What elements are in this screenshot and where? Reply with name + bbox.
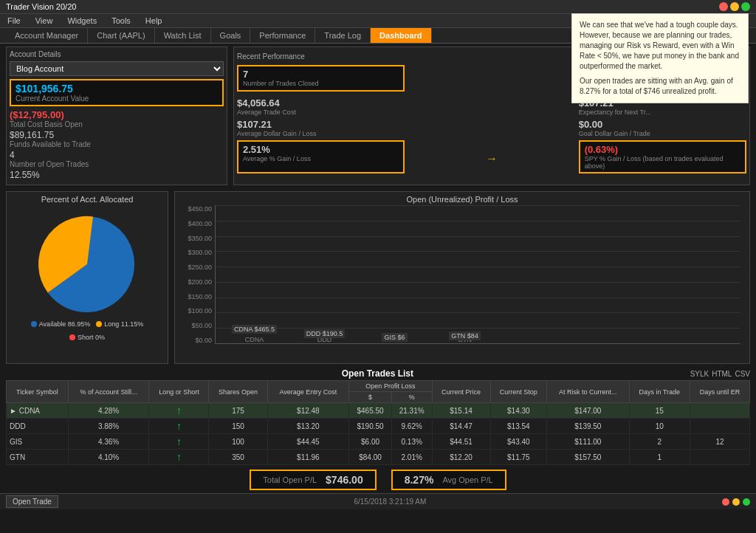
cell-direction: ↑ (149, 403, 209, 419)
arrow-container: → (408, 140, 575, 176)
cell-current-stop: $11.75 (490, 450, 547, 465)
cell-days-until-er (690, 450, 749, 465)
col-days-in-trade: Days in Trade (629, 381, 690, 403)
spy-pct-value: (0.63%) (585, 144, 740, 155)
close-button[interactable] (719, 2, 728, 11)
arrow-up-icon: ↑ (176, 420, 182, 432)
y-axis: $450.00 $400.00 $350.00 $300.00 $250.00 … (181, 205, 215, 344)
tab-chart[interactable]: Chart (AAPL) (88, 28, 154, 43)
cell-pl-dollar: $6.00 (349, 434, 392, 450)
col-current-stop: Current Stop (490, 381, 547, 403)
account-select[interactable]: Blog Account (10, 61, 224, 76)
y-label-250: $250.00 (181, 264, 215, 271)
cell-direction: ↑ (149, 450, 209, 465)
col-pl-dollar: $ (349, 392, 392, 403)
pie-legend: Available 86.95% Long 11.15% Short 0% (13, 320, 162, 341)
total-cost-basis-label: Total Cost Basis Open (10, 120, 224, 128)
goal-dollar-value: $0.00 (579, 119, 746, 130)
col-open-pl-header: Open Profit Loss (349, 381, 432, 392)
export-csv[interactable]: CSV (735, 370, 750, 378)
perf-title: Recent Performance (237, 52, 305, 61)
maximize-button[interactable] (741, 2, 750, 11)
menu-view[interactable]: View (34, 16, 55, 26)
menu-help[interactable]: Help (144, 16, 164, 26)
charts-section: Percent of Acct. Allocated Available 86.… (0, 188, 756, 367)
window-controls[interactable] (719, 2, 750, 11)
cell-ticker: GIS (7, 434, 69, 450)
status-dot-green (743, 498, 750, 506)
avg-trade-cost-cell: $4,056.64 Average Trade Cost (237, 97, 405, 116)
cell-current-stop: $14.30 (490, 403, 547, 419)
bar-ddd-group: DDD $190.5 DDD (300, 334, 348, 343)
tab-performance[interactable]: Performance (250, 28, 315, 43)
cell-at-risk: $157.50 (547, 450, 630, 465)
open-trade-button[interactable]: Open Trade (6, 495, 58, 508)
table-body: ► CDNA 4.28% ↑ 175 $12.48 $465.50 21.31%… (7, 403, 750, 465)
bar-gtn-group: GTN $84 GTN (441, 334, 489, 343)
arrow-up-icon: ↑ (176, 405, 182, 416)
menu-tools[interactable]: Tools (110, 16, 132, 26)
table-row[interactable]: DDD 3.88% ↑ 150 $13.20 $190.50 9.62% $14… (7, 419, 750, 434)
bars-container: CDNA $465.5 CDNA DDD $190.5 DDD GIS $6 (216, 205, 740, 343)
col-days-until-er: Days until ER (690, 381, 749, 403)
y-label-450: $450.00 (181, 205, 215, 213)
bottom-bar: Total Open P/L $746.00 8.27% Avg Open P/… (0, 467, 756, 493)
title-bar: Trader Vision 20/20 (0, 0, 756, 14)
cell-days-in-trade: 2 (629, 434, 690, 450)
cell-current-stop: $13.54 (490, 419, 547, 434)
tab-dashboard[interactable]: Dashboard (371, 28, 431, 43)
account-details-header: Account Details (10, 50, 224, 58)
tab-watch-list[interactable]: Watch List (155, 28, 211, 43)
col-current-price: Current Price (432, 381, 490, 403)
table-row[interactable]: GIS 4.36% ↑ 100 $44.45 $6.00 0.13% $44.5… (7, 434, 750, 450)
open-trades-row: 4 Number of Open Trades (10, 150, 224, 168)
cell-shares: 100 (209, 434, 267, 450)
export-html[interactable]: HTML (712, 370, 732, 378)
open-trades-value: 4 (10, 150, 224, 160)
cell-at-risk: $139.50 (547, 419, 630, 434)
cell-pct: 4.28% (68, 403, 149, 419)
avg-trade-cost-label: Average Trade Cost (237, 109, 405, 116)
current-account-value-label: Current Account Value (16, 94, 218, 103)
tab-goals[interactable]: Goals (211, 28, 251, 43)
legend-long-label: Long 11.15% (104, 320, 143, 328)
spacer1 (408, 65, 575, 94)
cell-pl-pct: 0.13% (391, 434, 432, 450)
col-pct: % of Account Still... (68, 381, 149, 403)
tooltip-text1: We can see that we've had a tough couple… (580, 20, 740, 72)
y-label-400: $400.00 (181, 220, 215, 227)
table-row[interactable]: ► CDNA 4.28% ↑ 175 $12.48 $465.50 21.31%… (7, 403, 750, 419)
table-row[interactable]: GTN 4.10% ↑ 350 $11.96 $84.00 2.01% $12.… (7, 450, 750, 465)
cell-ticker: DDD (7, 419, 69, 434)
legend-available-dot (31, 321, 37, 327)
cell-ticker: GTN (7, 450, 69, 465)
y-label-0: $0.00 (181, 337, 215, 344)
col-shares: Shares Open (209, 381, 267, 403)
status-dot-yellow (732, 498, 740, 506)
y-label-200: $200.00 (181, 278, 215, 286)
total-cost-basis-value: ($12,795.00) (10, 109, 224, 120)
bar-plot-area: CDNA $465.5 CDNA DDD $190.5 DDD GIS $6 (215, 205, 740, 344)
tab-account-manager[interactable]: Account Manager (6, 28, 88, 43)
minimize-button[interactable] (730, 2, 739, 11)
arrow-up-icon: ↑ (176, 451, 182, 463)
cell-days-in-trade: 15 (629, 403, 690, 419)
trades-closed-value: 7 (243, 69, 399, 80)
cell-days-until-er (690, 419, 749, 434)
bar-gis-label: GIS $6 (382, 333, 407, 342)
arrow-icon: → (486, 152, 498, 165)
account-details-panel: Account Details Blog Account $101,956.75… (6, 47, 227, 185)
avg-pct-gain-box: 2.51% Average % Gain / Loss (237, 140, 405, 173)
legend-available-label: Available 86.95% (39, 320, 90, 328)
total-open-pl-value: $746.00 (326, 474, 363, 486)
menu-widgets[interactable]: Widgets (66, 16, 98, 26)
avg-open-pl-box: 8.27% Avg Open P/L (391, 470, 506, 490)
col-pl-pct: % (391, 392, 432, 403)
export-sylk[interactable]: SYLK (690, 370, 709, 378)
cell-pl-dollar: $465.50 (349, 403, 392, 419)
pie-chart-title: Percent of Acct. Allocated (13, 195, 162, 204)
total-cost-basis-row: ($12,795.00) Total Cost Basis Open (10, 109, 224, 128)
col-avg-entry: Average Entry Cost (267, 381, 349, 403)
tab-trade-log[interactable]: Trade Log (315, 28, 371, 43)
menu-file[interactable]: File (6, 16, 22, 26)
